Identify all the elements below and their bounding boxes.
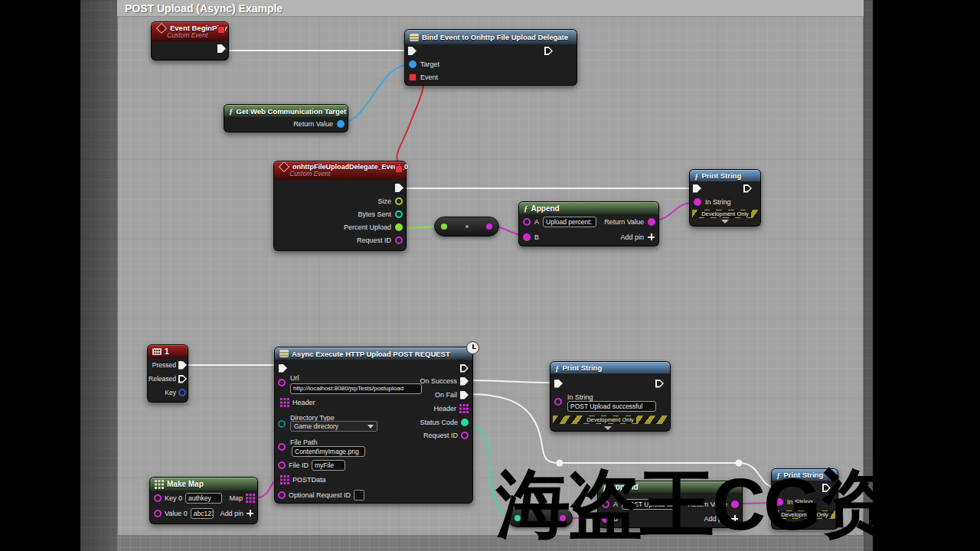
key0-pin[interactable] xyxy=(154,494,162,502)
collapse-arrow-icon[interactable] xyxy=(721,220,729,223)
node-onhttp-delegate-event[interactable]: onhttpFileUploadDelegate_Event_0 Custom … xyxy=(273,161,407,251)
header-out-map-pin[interactable] xyxy=(459,404,469,413)
add-pin-button[interactable] xyxy=(247,510,253,517)
pressed-pin[interactable] xyxy=(178,361,187,370)
async-task-icon xyxy=(279,350,289,357)
node-tostring-conversion[interactable] xyxy=(434,217,499,236)
size-pin[interactable] xyxy=(395,197,403,205)
exec-in-pin[interactable] xyxy=(279,364,287,373)
url-pin[interactable] xyxy=(278,379,286,386)
request-id-pin[interactable] xyxy=(461,432,469,439)
node-header[interactable]: Make Map xyxy=(150,478,257,491)
a-pin[interactable] xyxy=(523,218,531,226)
exec-out-pin[interactable] xyxy=(544,47,553,55)
node-make-map[interactable]: Make Map Key 0 authkey Map Value 0 abc12… xyxy=(149,477,258,524)
exec-out-pin[interactable] xyxy=(743,184,752,193)
percent-upload-pin[interactable] xyxy=(395,223,403,231)
request-id-pin[interactable] xyxy=(395,236,403,244)
bind-event-icon xyxy=(410,34,419,41)
directory-type-dropdown[interactable]: Game directory xyxy=(290,421,377,432)
add-pin-button[interactable] xyxy=(648,233,655,240)
url-field[interactable]: http://localhost:8080/jspTests/postuploa… xyxy=(290,383,422,394)
exec-out-pin[interactable] xyxy=(655,380,664,388)
conv-glyph xyxy=(466,225,469,228)
released-pin[interactable] xyxy=(178,375,187,383)
node-print-string-2[interactable]: ƒ Print String In String POST Upload suc… xyxy=(550,361,671,432)
conv-in-pin[interactable] xyxy=(441,223,447,230)
node-title: Make Map xyxy=(167,480,204,488)
in-string-field[interactable]: POST Upload successful xyxy=(567,401,656,412)
optional-request-id-checkbox[interactable] xyxy=(354,490,364,500)
return-value-pin[interactable] xyxy=(337,120,345,128)
header-map-pin[interactable] xyxy=(280,398,289,407)
pin-label: Target xyxy=(420,60,439,68)
exec-in-pin[interactable] xyxy=(693,184,701,193)
node-async-http-upload[interactable]: Async Execute HTTP Upload POST REQUEST U… xyxy=(274,347,473,504)
on-fail-pin[interactable] xyxy=(460,391,469,399)
exec-in-pin[interactable] xyxy=(554,380,563,388)
return-value-pin[interactable] xyxy=(648,218,655,226)
value0-pin[interactable] xyxy=(154,510,162,517)
exec-out-pin[interactable] xyxy=(460,364,469,373)
node-key-1-event[interactable]: 1 Pressed Released Key xyxy=(147,344,188,403)
postdata-map-pin[interactable] xyxy=(280,475,289,484)
node-get-web-communication-target[interactable]: ƒ Get Web Communication Target Return Va… xyxy=(224,104,348,132)
node-header[interactable]: ƒ Print String xyxy=(690,170,760,181)
file-id-pin[interactable] xyxy=(278,461,286,469)
optional-request-id-pin[interactable] xyxy=(278,491,286,499)
pin-label: Url xyxy=(290,374,299,382)
key-pin[interactable] xyxy=(178,389,186,396)
delegate-pin[interactable] xyxy=(395,165,403,173)
map-out-pin[interactable] xyxy=(246,494,255,503)
collapse-arrow-icon[interactable] xyxy=(604,426,612,430)
in-string-pin[interactable] xyxy=(694,198,701,206)
node-header[interactable]: Event BeginPlay Custom Event xyxy=(152,22,228,41)
target-pin[interactable] xyxy=(409,60,416,68)
event-icon xyxy=(156,22,167,33)
exec-in-pin[interactable] xyxy=(408,47,416,55)
function-icon: ƒ xyxy=(555,364,560,373)
pin-label: Request ID xyxy=(423,432,458,439)
node-print-string-1[interactable]: ƒ Print String In String Development Onl… xyxy=(689,169,761,227)
node-title: Bind Event to Onhttp File Upload Delegat… xyxy=(422,33,568,41)
node-header[interactable]: onhttpFileUploadDelegate_Event_0 Custom … xyxy=(274,161,406,180)
delegate-pin[interactable] xyxy=(217,26,225,34)
event-delegate-pin[interactable] xyxy=(409,73,416,81)
a-value-field[interactable]: Upload percent: xyxy=(543,217,596,227)
left-black-bar xyxy=(0,0,80,551)
node-header[interactable]: ƒ Get Web Communication Target xyxy=(224,105,348,117)
file-path-pin[interactable] xyxy=(278,443,286,451)
file-id-field[interactable]: myFile xyxy=(312,460,345,471)
in-string-pin[interactable] xyxy=(554,398,562,406)
pin-label: Size xyxy=(377,197,391,205)
exec-out-pin[interactable] xyxy=(395,184,403,192)
dropdown-value: Game directory xyxy=(294,422,338,430)
wire-target xyxy=(340,64,410,123)
directory-type-pin[interactable] xyxy=(278,420,286,428)
pin-label: Optional Request ID xyxy=(289,491,351,499)
node-append-1[interactable]: ƒ Append A Upload percent: Return Value … xyxy=(518,201,659,246)
node-header[interactable]: Bind Event to Onhttp File Upload Delegat… xyxy=(405,30,577,44)
file-path-field[interactable]: Content\myImage.png xyxy=(292,446,365,457)
pin-label: A xyxy=(534,218,539,226)
node-header[interactable]: ƒ Print String xyxy=(550,362,670,373)
development-only-label: Development Only xyxy=(699,210,751,217)
on-success-pin[interactable] xyxy=(460,377,469,386)
key0-field[interactable]: authkey xyxy=(185,493,222,504)
node-bind-event[interactable]: Bind Event to Onhttp File Upload Delegat… xyxy=(404,29,577,86)
node-header[interactable]: 1 xyxy=(148,345,188,358)
b-pin[interactable] xyxy=(523,233,531,241)
bytes-sent-pin[interactable] xyxy=(395,210,403,218)
pin-label: Key 0 xyxy=(165,494,182,502)
node-header[interactable]: Async Execute HTTP Upload POST REQUEST xyxy=(275,347,472,360)
conv-out-pin[interactable] xyxy=(486,223,492,230)
node-event-beginplay[interactable]: Event BeginPlay Custom Event xyxy=(151,21,229,60)
value0-field[interactable]: abc123 xyxy=(191,508,214,519)
development-only-band: Development Only xyxy=(692,210,758,218)
status-code-pin[interactable] xyxy=(461,419,469,426)
right-black-bar xyxy=(873,0,980,551)
add-pin-label: Add pin xyxy=(620,233,644,241)
node-header[interactable]: ƒ Append xyxy=(519,202,658,214)
exec-out-pin[interactable] xyxy=(217,44,226,53)
function-icon: ƒ xyxy=(229,106,234,116)
